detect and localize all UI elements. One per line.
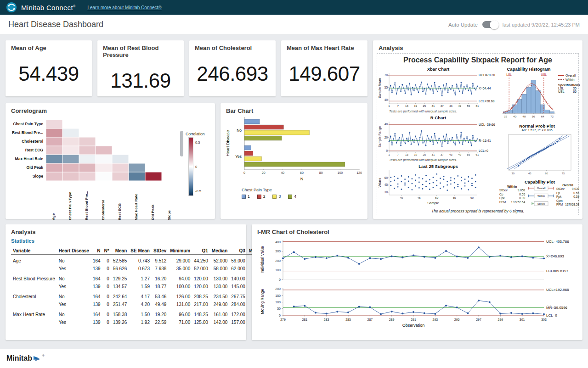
svg-text:31: 31	[432, 104, 435, 107]
svg-text:49: 49	[458, 104, 461, 107]
xbar-chart: 40557017131925313743495561UCL=70.20X̄=54…	[377, 71, 499, 111]
correlogram-cell[interactable]	[46, 128, 62, 137]
top-navigation-bar: Minitab Connect® Learn more about Minita…	[0, 0, 588, 15]
minitab-logo[interactable]: Minitab ®	[6, 354, 44, 362]
correlogram-cell[interactable]	[129, 172, 145, 181]
colorbar-tick: 0	[195, 165, 197, 169]
correlogram-cell[interactable]	[79, 172, 96, 181]
kpi-card-mean-age: Mean of Age 54.439	[6, 40, 92, 96]
svg-text:49: 49	[458, 153, 461, 156]
sixpack-report: Process Capability Sixpack Report for Ag…	[377, 53, 579, 215]
svg-text:30: 30	[384, 190, 388, 194]
learn-more-link[interactable]: Learn more about Minitab Connect®	[87, 5, 161, 10]
panel-title: Correlogram	[6, 103, 215, 114]
svg-text:60: 60	[470, 196, 474, 199]
lsl-value: 35	[573, 87, 577, 90]
correlogram-row-label: Old Peak	[6, 165, 43, 170]
kpi-card-mean-max-heart-rate: Mean of Max Heart Rate 149.607	[281, 40, 368, 96]
svg-text:37: 37	[441, 153, 444, 156]
svg-text:303: 303	[541, 318, 547, 321]
correlogram-cell[interactable]	[62, 163, 79, 172]
correlogram-row-label: Chest Pain Type	[6, 122, 43, 126]
correlogram-cell[interactable]	[129, 163, 145, 172]
svg-text:Sample Mean: Sample Mean	[378, 78, 382, 98]
minitab-connect-logo-icon[interactable]	[6, 2, 17, 12]
correlogram-cell[interactable]	[46, 137, 62, 146]
svg-text:7: 7	[397, 153, 399, 156]
correlogram-cell[interactable]	[62, 128, 79, 137]
imr-chart: 0100200300400UCL=403.766X̄=246.693LCL=89…	[254, 236, 580, 330]
correlogram-cell[interactable]	[96, 155, 112, 163]
svg-text:32: 32	[504, 115, 507, 118]
svg-text:UCL=192.965: UCL=192.965	[546, 288, 569, 292]
correlogram-cell[interactable]	[96, 146, 112, 155]
svg-text:40: 40	[281, 171, 284, 174]
svg-text:Values: Values	[378, 178, 381, 187]
svg-text:X̄=246.693: X̄=246.693	[546, 254, 564, 258]
svg-text:60: 60	[300, 171, 304, 174]
svg-text:50: 50	[277, 307, 281, 310]
correlogram-cell[interactable]	[112, 172, 129, 181]
correlogram-cell[interactable]	[62, 155, 79, 163]
correlogram-column-label: Slope	[167, 184, 171, 220]
correlogram-cell[interactable]	[46, 146, 62, 155]
last-updated-text: last updated 9/20/22, 12:45:23 PM	[503, 22, 580, 28]
svg-text:25: 25	[423, 153, 426, 156]
kpi-label: Mean of Age	[6, 40, 92, 51]
correlogram-cell[interactable]	[46, 155, 62, 163]
correlogram-cell[interactable]	[46, 120, 62, 128]
capability-histogram: LSLUSL324048566472	[500, 71, 557, 123]
kpi-value: 149.607	[281, 62, 368, 85]
within-line-icon	[558, 79, 564, 80]
correlogram-cell[interactable]	[79, 146, 96, 155]
kpi-value: 131.69	[97, 69, 184, 92]
svg-text:R̄=15.41: R̄=15.41	[479, 139, 491, 142]
footer-brand-text: Minitab	[6, 354, 32, 362]
xbar-note: Tests are performed with unequal sample …	[389, 110, 457, 113]
svg-text:200: 200	[275, 287, 281, 290]
correlogram-cell[interactable]	[46, 163, 62, 172]
svg-text:Individual Value: Individual Value	[260, 246, 265, 273]
svg-text:Moving Range: Moving Range	[260, 289, 265, 314]
correlogram-cell[interactable]	[62, 172, 79, 181]
svg-text:43: 43	[449, 104, 452, 107]
correlogram-cell[interactable]	[79, 137, 96, 146]
correlogram-row-label: Rest Blood Pre...	[6, 130, 43, 135]
auto-update-toggle[interactable]	[482, 21, 498, 28]
svg-text:150: 150	[275, 294, 281, 297]
svg-text:0: 0	[243, 171, 245, 174]
svg-text:M̄R̄=59.0596: M̄R̄=59.0596	[546, 306, 568, 310]
correlogram-cell[interactable]	[79, 155, 96, 163]
correlogram-cell[interactable]	[62, 137, 79, 146]
correlogram-column-label: Rest Blood Pre...	[85, 184, 89, 220]
svg-text:19: 19	[414, 104, 417, 107]
sixpack-footnote: The actual process spread is represented…	[377, 209, 578, 213]
svg-text:48: 48	[522, 115, 526, 118]
svg-text:20: 20	[384, 136, 388, 139]
toggle-knob[interactable]	[490, 20, 499, 29]
svg-text:40: 40	[384, 123, 388, 126]
correlogram-cell[interactable]	[96, 163, 112, 172]
kpi-label: Mean of Max Heart Rate	[281, 40, 368, 51]
legend-item-cpt-2: 2	[257, 194, 266, 199]
svg-text:37: 37	[441, 104, 444, 107]
correlogram-cell[interactable]	[112, 155, 129, 163]
svg-text:Within: Within	[537, 195, 545, 197]
svg-text:Overall: Overall	[537, 187, 545, 190]
correlogram-cell[interactable]	[62, 146, 79, 155]
kpi-label: Mean of Cholesterol	[189, 40, 276, 51]
statistics-link[interactable]: Statistics	[11, 238, 34, 244]
correlogram-heatmap: Chest Pain TypeRest Blood Pre...Choleste…	[6, 115, 215, 219]
correlogram-cell[interactable]	[46, 172, 62, 181]
dashboard-header: Heart Disease Dashboard Auto Update last…	[0, 15, 588, 35]
dashboard-canvas: Mean of Age 54.439 Mean of Rest Blood Pr…	[0, 35, 588, 349]
correlogram-cell[interactable]	[79, 163, 96, 172]
bar-chart-legend: Chest Pain Type 1234	[242, 188, 296, 199]
correlogram-cell[interactable]	[145, 172, 162, 181]
correlogram-cell[interactable]	[96, 172, 112, 181]
correlogram-cell[interactable]	[112, 163, 129, 172]
colorbar-title: Correlation	[186, 132, 205, 136]
scrollbar-thumb[interactable]	[180, 131, 183, 156]
r-chart-note: Tests are performed with unequal sample …	[389, 158, 457, 162]
svg-text:Observation: Observation	[402, 323, 425, 328]
